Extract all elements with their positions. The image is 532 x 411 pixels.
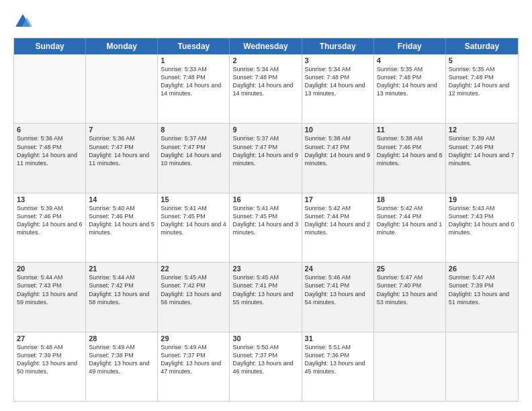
- cell-info: Sunrise: 5:46 AM Sunset: 7:41 PM Dayligh…: [305, 273, 371, 306]
- day-number: 26: [449, 265, 515, 273]
- day-number: 16: [232, 195, 298, 203]
- cal-cell: 18Sunrise: 5:42 AM Sunset: 7:44 PM Dayli…: [374, 193, 446, 262]
- day-number: 27: [17, 334, 83, 342]
- logo: [13, 12, 35, 31]
- cal-cell: 10Sunrise: 5:38 AM Sunset: 7:47 PM Dayli…: [302, 124, 374, 192]
- page: SundayMondayTuesdayWednesdayThursdayFrid…: [0, 0, 532, 411]
- cal-cell: 27Sunrise: 5:48 AM Sunset: 7:39 PM Dayli…: [14, 332, 86, 401]
- day-number: 13: [17, 195, 83, 203]
- day-number: 21: [89, 265, 154, 273]
- day-number: 1: [161, 56, 226, 64]
- cal-cell: 15Sunrise: 5:41 AM Sunset: 7:45 PM Dayli…: [158, 193, 230, 262]
- cell-info: Sunrise: 5:39 AM Sunset: 7:46 PM Dayligh…: [449, 134, 515, 167]
- day-number: 4: [377, 56, 443, 64]
- day-number: 29: [161, 334, 226, 342]
- cal-cell: 29Sunrise: 5:49 AM Sunset: 7:37 PM Dayli…: [158, 332, 230, 401]
- cell-info: Sunrise: 5:48 AM Sunset: 7:39 PM Dayligh…: [17, 343, 83, 376]
- cal-header-tuesday: Tuesday: [158, 38, 230, 54]
- cell-info: Sunrise: 5:42 AM Sunset: 7:44 PM Dayligh…: [377, 204, 443, 237]
- cal-header-sunday: Sunday: [14, 38, 86, 54]
- cell-info: Sunrise: 5:35 AM Sunset: 7:48 PM Dayligh…: [377, 65, 443, 98]
- cal-row-3: 13Sunrise: 5:39 AM Sunset: 7:46 PM Dayli…: [14, 193, 518, 262]
- cal-cell: 7Sunrise: 5:36 AM Sunset: 7:47 PM Daylig…: [86, 124, 158, 192]
- cell-info: Sunrise: 5:41 AM Sunset: 7:45 PM Dayligh…: [232, 204, 298, 237]
- cal-cell: 30Sunrise: 5:50 AM Sunset: 7:37 PM Dayli…: [230, 332, 302, 401]
- cal-cell: 31Sunrise: 5:51 AM Sunset: 7:36 PM Dayli…: [302, 332, 374, 401]
- day-number: 17: [305, 195, 371, 203]
- cell-info: Sunrise: 5:34 AM Sunset: 7:48 PM Dayligh…: [232, 65, 298, 98]
- cell-info: Sunrise: 5:35 AM Sunset: 7:48 PM Dayligh…: [449, 65, 515, 98]
- day-number: 15: [161, 195, 226, 203]
- calendar-header-row: SundayMondayTuesdayWednesdayThursdayFrid…: [14, 38, 518, 54]
- day-number: 3: [305, 56, 371, 64]
- day-number: 2: [232, 56, 298, 64]
- cell-info: Sunrise: 5:44 AM Sunset: 7:42 PM Dayligh…: [89, 273, 154, 306]
- cal-header-monday: Monday: [86, 38, 158, 54]
- day-number: 12: [449, 126, 515, 134]
- day-number: 24: [305, 265, 371, 273]
- cal-cell: 24Sunrise: 5:46 AM Sunset: 7:41 PM Dayli…: [302, 263, 374, 331]
- cal-cell: 6Sunrise: 5:36 AM Sunset: 7:48 PM Daylig…: [14, 124, 86, 192]
- cell-info: Sunrise: 5:40 AM Sunset: 7:46 PM Dayligh…: [89, 204, 154, 237]
- cal-header-wednesday: Wednesday: [230, 38, 302, 54]
- cal-cell: 8Sunrise: 5:37 AM Sunset: 7:47 PM Daylig…: [158, 124, 230, 192]
- cell-info: Sunrise: 5:39 AM Sunset: 7:46 PM Dayligh…: [17, 204, 83, 237]
- cell-info: Sunrise: 5:37 AM Sunset: 7:47 PM Dayligh…: [161, 134, 226, 167]
- day-number: 22: [161, 265, 226, 273]
- day-number: 31: [305, 334, 371, 342]
- cal-cell: 21Sunrise: 5:44 AM Sunset: 7:42 PM Dayli…: [86, 263, 158, 331]
- cell-info: Sunrise: 5:34 AM Sunset: 7:48 PM Dayligh…: [305, 65, 371, 98]
- day-number: 25: [377, 265, 443, 273]
- cell-info: Sunrise: 5:38 AM Sunset: 7:46 PM Dayligh…: [377, 134, 443, 167]
- day-number: 18: [377, 195, 443, 203]
- day-number: 23: [232, 265, 298, 273]
- day-number: 6: [17, 126, 83, 134]
- cell-info: Sunrise: 5:45 AM Sunset: 7:42 PM Dayligh…: [161, 273, 226, 306]
- cal-row-4: 20Sunrise: 5:44 AM Sunset: 7:43 PM Dayli…: [14, 262, 518, 331]
- cell-info: Sunrise: 5:33 AM Sunset: 7:48 PM Dayligh…: [161, 65, 226, 98]
- cal-cell: 1Sunrise: 5:33 AM Sunset: 7:48 PM Daylig…: [158, 54, 230, 123]
- day-number: 14: [89, 195, 154, 203]
- cal-cell: 14Sunrise: 5:40 AM Sunset: 7:46 PM Dayli…: [86, 193, 158, 262]
- cal-cell: [446, 332, 518, 401]
- day-number: 20: [17, 265, 83, 273]
- cell-info: Sunrise: 5:41 AM Sunset: 7:45 PM Dayligh…: [161, 204, 226, 237]
- cell-info: Sunrise: 5:47 AM Sunset: 7:39 PM Dayligh…: [449, 273, 515, 306]
- day-number: 7: [89, 126, 154, 134]
- cal-cell: 4Sunrise: 5:35 AM Sunset: 7:48 PM Daylig…: [374, 54, 446, 123]
- cal-cell: 11Sunrise: 5:38 AM Sunset: 7:46 PM Dayli…: [374, 124, 446, 192]
- cal-cell: [86, 54, 158, 123]
- cal-row-5: 27Sunrise: 5:48 AM Sunset: 7:39 PM Dayli…: [14, 332, 518, 401]
- cell-info: Sunrise: 5:45 AM Sunset: 7:41 PM Dayligh…: [232, 273, 298, 306]
- cal-cell: 5Sunrise: 5:35 AM Sunset: 7:48 PM Daylig…: [446, 54, 518, 123]
- cal-cell: [14, 54, 86, 123]
- cal-cell: 9Sunrise: 5:37 AM Sunset: 7:47 PM Daylig…: [230, 124, 302, 192]
- cal-cell: 3Sunrise: 5:34 AM Sunset: 7:48 PM Daylig…: [302, 54, 374, 123]
- day-number: 9: [232, 126, 298, 134]
- cell-info: Sunrise: 5:44 AM Sunset: 7:43 PM Dayligh…: [17, 273, 83, 306]
- day-number: 10: [305, 126, 371, 134]
- cell-info: Sunrise: 5:36 AM Sunset: 7:48 PM Dayligh…: [17, 134, 83, 167]
- cal-cell: 19Sunrise: 5:43 AM Sunset: 7:43 PM Dayli…: [446, 193, 518, 262]
- cal-cell: 28Sunrise: 5:49 AM Sunset: 7:38 PM Dayli…: [86, 332, 158, 401]
- day-number: 5: [449, 56, 515, 64]
- cell-info: Sunrise: 5:43 AM Sunset: 7:43 PM Dayligh…: [449, 204, 515, 237]
- cal-cell: 16Sunrise: 5:41 AM Sunset: 7:45 PM Dayli…: [230, 193, 302, 262]
- cal-cell: 12Sunrise: 5:39 AM Sunset: 7:46 PM Dayli…: [446, 124, 518, 192]
- cal-row-2: 6Sunrise: 5:36 AM Sunset: 7:48 PM Daylig…: [14, 123, 518, 192]
- cell-info: Sunrise: 5:49 AM Sunset: 7:38 PM Dayligh…: [89, 343, 154, 376]
- cell-info: Sunrise: 5:51 AM Sunset: 7:36 PM Dayligh…: [305, 343, 371, 376]
- day-number: 19: [449, 195, 515, 203]
- calendar: SundayMondayTuesdayWednesdayThursdayFrid…: [13, 38, 519, 402]
- cell-info: Sunrise: 5:38 AM Sunset: 7:47 PM Dayligh…: [305, 134, 371, 167]
- day-number: 11: [377, 126, 443, 134]
- cal-header-saturday: Saturday: [446, 38, 518, 54]
- cal-cell: 25Sunrise: 5:47 AM Sunset: 7:40 PM Dayli…: [374, 263, 446, 331]
- cal-row-1: 1Sunrise: 5:33 AM Sunset: 7:48 PM Daylig…: [14, 54, 518, 123]
- day-number: 30: [232, 334, 298, 342]
- cal-cell: 20Sunrise: 5:44 AM Sunset: 7:43 PM Dayli…: [14, 263, 86, 331]
- cal-cell: 22Sunrise: 5:45 AM Sunset: 7:42 PM Dayli…: [158, 263, 230, 331]
- cal-cell: 13Sunrise: 5:39 AM Sunset: 7:46 PM Dayli…: [14, 193, 86, 262]
- cal-cell: 17Sunrise: 5:42 AM Sunset: 7:44 PM Dayli…: [302, 193, 374, 262]
- cal-cell: 26Sunrise: 5:47 AM Sunset: 7:39 PM Dayli…: [446, 263, 518, 331]
